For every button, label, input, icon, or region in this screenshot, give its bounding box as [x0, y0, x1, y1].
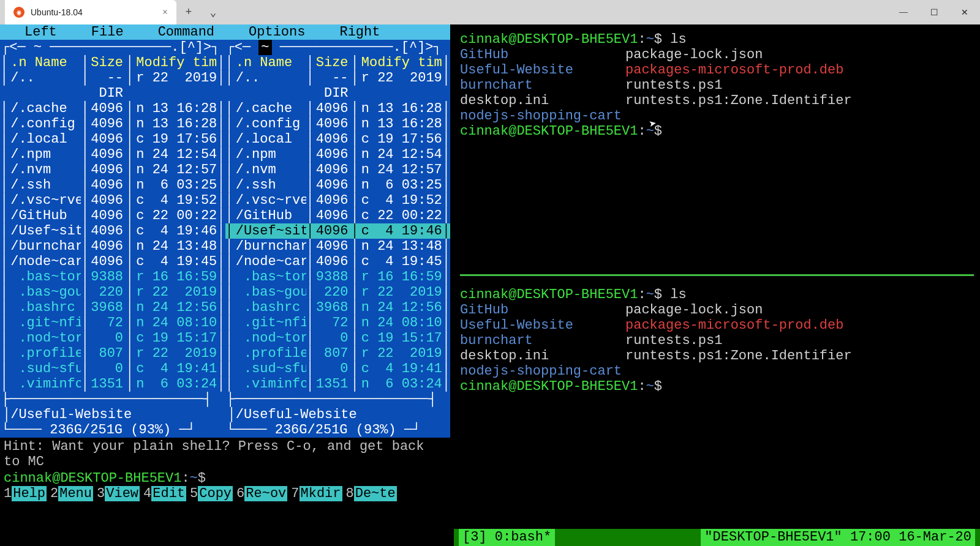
file-row[interactable]: │/..│--DIR│r 22 2019│ [0, 70, 225, 101]
file-row[interactable]: │ .bashrc│3968│n 24 12:56│ [225, 300, 451, 315]
fkey-menu[interactable]: 2Menu [50, 486, 93, 501]
file-row[interactable]: │/GitHub│4096│c 22 00:22│ [225, 208, 451, 223]
close-icon[interactable]: × [162, 7, 168, 18]
file-row[interactable]: │/burnchart│4096│n 24 13:48│ [225, 239, 451, 254]
file-row[interactable]: │/.vsc~rver│4096│c 4 19:52│ [0, 193, 225, 208]
maximize-button[interactable]: ☐ [919, 0, 949, 24]
mc-panel-right[interactable]: ┌<─ ~ ──────────────.[^]>┐ │.n Name│Size… [225, 40, 451, 438]
tmux-statusbar[interactable]: [3] 0:bash* "DESKTOP-BHE5EV1" 17:00 16-M… [454, 529, 980, 546]
fkey-help[interactable]: 1Help [4, 486, 47, 501]
titlebar-spacer [225, 0, 888, 24]
panel-left-headers: │.n Name│Size│Modify tim│ [0, 55, 225, 70]
prompt-line-bottom-2[interactable]: cinnak@DESKTOP-BHE5EV1:~$ [460, 379, 974, 394]
fkey-de~te[interactable]: 8De~te [346, 486, 397, 501]
file-row[interactable]: │ .bas~tory│9388│r 16 16:59│ [0, 269, 225, 285]
file-row[interactable]: │ .nod~tory│0│c 19 15:17│ [225, 331, 451, 346]
panel-right-footpath: │/Useful-Website [225, 407, 451, 422]
ls-entry: desktop.ini [460, 348, 625, 364]
file-row[interactable]: │/.cache│4096│n 13 16:28│ [0, 101, 225, 116]
file-row[interactable]: │ .bas~gout│220│r 22 2019│ [0, 285, 225, 300]
ubuntu-icon: ◉ [13, 7, 24, 18]
file-row[interactable]: │/.local│4096│c 19 17:56│ [225, 132, 451, 147]
mc-hint: Hint: Want your plain shell? Press C-o, … [0, 438, 450, 471]
file-row[interactable]: │ .bas~tory│9388│r 16 16:59│ [225, 269, 451, 285]
file-row[interactable]: │/.ssh│4096│n 6 03:25│ [225, 178, 451, 193]
file-row[interactable]: │/.cache│4096│n 13 16:28│ [225, 101, 451, 116]
mc-prompt[interactable]: cinnak@DESKTOP-BHE5EV1:~$ [0, 471, 450, 486]
file-row[interactable]: │ .bashrc│3968│n 24 12:56│ [0, 300, 225, 315]
file-row[interactable]: │/.vsc~rver│4096│c 4 19:52│ [225, 193, 451, 208]
ls-entry: GitHub [460, 302, 625, 318]
fkey-mkdir[interactable]: 7Mkdir [291, 486, 342, 501]
file-row[interactable]: │/.npm│4096│n 24 12:54│ [225, 147, 451, 162]
window-titlebar: ◉ Ubuntu-18.04 × + ⌄ — ☐ ✕ [0, 0, 980, 24]
panel-left-disk: └──── 236G/251G (93%) ─┘ [0, 422, 225, 438]
file-row[interactable]: │/burnchart│4096│n 24 13:48│ [0, 239, 225, 254]
fkey-copy[interactable]: 5Copy [190, 486, 233, 501]
file-row[interactable]: │ .bas~gout│220│r 22 2019│ [225, 285, 451, 300]
file-row[interactable]: │/.npm│4096│n 24 12:54│ [0, 147, 225, 162]
mc-menu-command[interactable]: Command [141, 24, 232, 40]
new-tab-button[interactable]: + [176, 0, 201, 24]
file-row[interactable]: │/.local│4096│c 19 17:56│ [0, 132, 225, 147]
fkey-edit[interactable]: 4Edit [143, 486, 186, 501]
panel-left-filelist[interactable]: │/..│--DIR│r 22 2019││/.cache│4096│n 13 … [0, 70, 225, 392]
file-row[interactable]: │ .sud~sful│0│c 4 19:41│ [225, 361, 451, 376]
tab-ubuntu[interactable]: ◉ Ubuntu-18.04 × [5, 0, 176, 24]
close-window-button[interactable]: ✕ [949, 0, 980, 24]
file-row[interactable]: │/.config│4096│n 13 16:28│ [0, 116, 225, 132]
mc-menu-options[interactable]: Options [232, 24, 322, 40]
ls-entry: package-lock.json [625, 47, 852, 62]
ls-output-top: GitHubUseful-Websiteburnchartdesktop.ini… [460, 47, 974, 124]
file-row[interactable]: │ .git~nfig│72│n 24 08:10│ [0, 315, 225, 331]
mc-menubar[interactable]: LeftFileCommandOptionsRight [0, 24, 450, 40]
mc-menu-left[interactable]: Left [7, 24, 74, 40]
ls-entry: runtests.ps1:Zone.Identifier [625, 348, 852, 364]
ls-entry: runtests.ps1 [625, 78, 852, 93]
ls-entry: Useful-Website [460, 318, 625, 333]
panel-left-frame: ┌<─ ~ ───────────────.[^]>┐ [0, 40, 225, 55]
file-row[interactable]: │/.nvm│4096│n 24 12:57│ [0, 162, 225, 178]
prompt-line-top-2[interactable]: cinnak@DESKTOP-BHE5EV1:~$ [460, 124, 974, 139]
mc-panel-left[interactable]: ┌<─ ~ ───────────────.[^]>┐ │.n Name│Siz… [0, 40, 225, 438]
mc-menu-right[interactable]: Right [322, 24, 397, 40]
ls-entry: package-lock.json [625, 302, 852, 318]
file-row[interactable]: │ .viminfo│1351│n 6 03:24│ [225, 376, 451, 392]
file-row[interactable]: │ .git~nfig│72│n 24 08:10│ [225, 315, 451, 331]
file-row[interactable]: │/node~cart│4096│c 4 19:45│ [225, 254, 451, 269]
ls-entry: nodejs-shopping-cart [460, 108, 625, 124]
file-row[interactable]: │/..│--DIR│r 22 2019│ [225, 70, 451, 101]
right-pane: cinnak@DESKTOP-BHE5EV1:~$ ls GitHubUsefu… [454, 24, 980, 546]
file-row[interactable]: │/Usef~site│4096│c 4 19:46│ [0, 223, 225, 239]
ls-entry: runtests.ps1 [625, 333, 852, 348]
file-row[interactable]: │/node~cart│4096│c 4 19:45│ [0, 254, 225, 269]
ls-entry: runtests.ps1:Zone.Identifier [625, 93, 852, 108]
file-row[interactable]: │/GitHub│4096│c 22 00:22│ [0, 208, 225, 223]
prompt-line-top[interactable]: cinnak@DESKTOP-BHE5EV1:~$ ls [460, 32, 974, 47]
mc-fkeys[interactable]: 1Help2Menu3View4Edit5Copy6Re~ov7Mkdir8De… [0, 486, 450, 501]
tmux-split[interactable] [460, 274, 974, 276]
file-row[interactable]: │ .profile│807│r 22 2019│ [0, 346, 225, 361]
mc-menu-file[interactable]: File [74, 24, 141, 40]
ls-entry: burnchart [460, 333, 625, 348]
mc-pane[interactable]: LeftFileCommandOptionsRight ┌<─ ~ ──────… [0, 24, 450, 546]
tmux-mid [555, 529, 701, 546]
file-row[interactable]: │/Usef~site│4096│c 4 19:46│ [225, 223, 451, 239]
terminal-bottom[interactable]: cinnak@DESKTOP-BHE5EV1:~$ ls GitHubUsefu… [454, 280, 980, 529]
minimize-button[interactable]: — [888, 0, 919, 24]
file-row[interactable]: │ .sud~sful│0│c 4 19:41│ [0, 361, 225, 376]
file-row[interactable]: │/.config│4096│n 13 16:28│ [225, 116, 451, 132]
panel-right-filelist[interactable]: │/..│--DIR│r 22 2019││/.cache│4096│n 13 … [225, 70, 451, 392]
workspace: LeftFileCommandOptionsRight ┌<─ ~ ──────… [0, 24, 980, 546]
file-row[interactable]: │ .profile│807│r 22 2019│ [225, 346, 451, 361]
file-row[interactable]: │/.ssh│4096│n 6 03:25│ [0, 178, 225, 193]
ls-output-bottom: GitHubUseful-Websiteburnchartdesktop.ini… [460, 302, 974, 379]
file-row[interactable]: │ .viminfo│1351│n 6 03:24│ [0, 376, 225, 392]
file-row[interactable]: │ .nod~tory│0│c 19 15:17│ [0, 331, 225, 346]
tab-dropdown-icon[interactable]: ⌄ [201, 0, 225, 24]
fkey-view[interactable]: 3View [97, 486, 140, 501]
file-row[interactable]: │/.nvm│4096│n 24 12:57│ [225, 162, 451, 178]
prompt-line-bottom[interactable]: cinnak@DESKTOP-BHE5EV1:~$ ls [460, 287, 974, 302]
terminal-top[interactable]: cinnak@DESKTOP-BHE5EV1:~$ ls GitHubUsefu… [454, 24, 980, 274]
fkey-re~ov[interactable]: 6Re~ov [236, 486, 287, 501]
